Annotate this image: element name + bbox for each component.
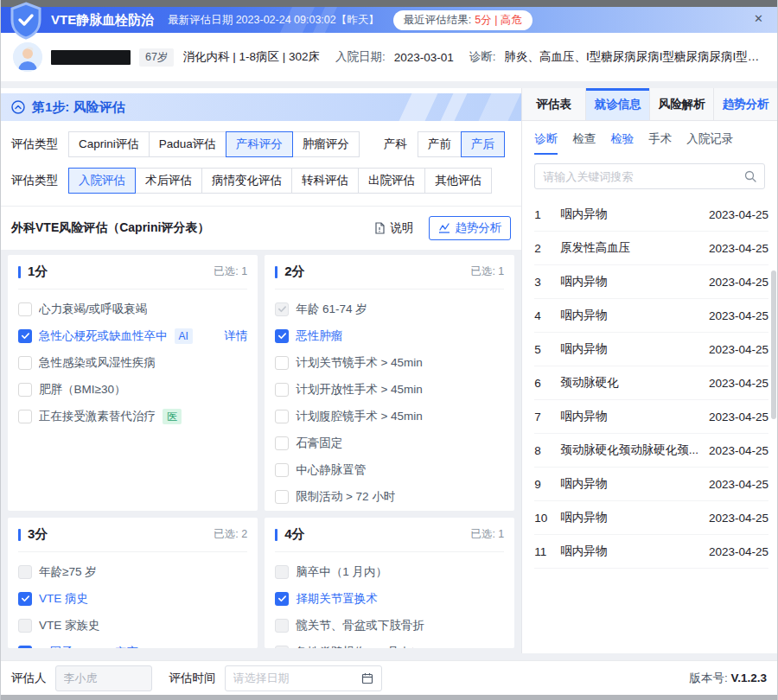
footer-bar: 评估人 评估时间 请选择日期 版本号: V.1.2.3 <box>1 660 777 695</box>
visit-info-subtabs: 诊断 检查 检验 手术 入院记录 <box>522 121 777 155</box>
help-button[interactable]: 说明 <box>373 220 413 236</box>
diagnosis-list-item[interactable]: 7咽内异物2023-04-25 <box>534 400 768 434</box>
risk-factor-label: 髋关节、骨盆或下肢骨折 <box>296 618 424 633</box>
risk-factor-checkbox[interactable] <box>275 490 289 504</box>
risk-factor-checkbox[interactable] <box>275 302 289 316</box>
risk-factor-checkbox[interactable] <box>275 565 289 579</box>
version-info: 版本号: V.1.2.3 <box>689 671 767 686</box>
tab-visit-info[interactable]: 就诊信息 <box>586 88 650 120</box>
assessment-time-label: 评估时间 <box>169 671 216 686</box>
scrollbar-thumb[interactable] <box>771 270 776 419</box>
assessment-date-picker[interactable]: 请选择日期 <box>225 665 382 691</box>
tab-postpartum[interactable]: 产后 <box>461 131 505 157</box>
diagnosis-list-item[interactable]: 8颈动脉硬化颈动脉硬化颈...2023-04-25 <box>534 434 768 468</box>
risk-factor-checkbox[interactable] <box>18 329 32 343</box>
step1-title: 第1步: 风险评估 <box>32 99 125 116</box>
item-number: 5 <box>534 343 560 356</box>
subtab-examination[interactable]: 检查 <box>572 131 596 155</box>
scale-type-group: Caprini评估 Padua评估 产科评分 肿瘤评分 <box>68 131 360 157</box>
score-section-3: 3分已选: 2年龄≥75 岁VTE 病史VTE 家族史V 因子 Leiden 突… <box>8 518 258 648</box>
tab-caprini[interactable]: Caprini评估 <box>68 131 150 157</box>
step1-header[interactable]: 第1步: 风险评估 <box>1 93 521 121</box>
tab-condition-change-assessment[interactable]: 病情变化评估 <box>201 168 292 194</box>
risk-factor-checkbox[interactable] <box>18 646 32 649</box>
tab-discharge-assessment[interactable]: 出院评估 <box>358 168 425 194</box>
tab-postop-assessment[interactable]: 术后评估 <box>135 168 202 194</box>
sections-grid: 1分已选: 1心力衰竭/或呼吸衰竭急性心梗死或缺血性卒中AI详情急性感染或风湿性… <box>1 250 521 653</box>
item-number: 11 <box>534 545 560 558</box>
header-stripe <box>441 93 468 121</box>
tab-risk-analysis[interactable]: 风险解析 <box>650 88 714 120</box>
risk-factor-row: 择期关节置换术 <box>275 585 504 612</box>
tab-obstetric-score[interactable]: 产科评分 <box>226 131 293 157</box>
detail-link[interactable]: 详情 <box>224 328 247 344</box>
diagnosis-list-item[interactable]: 4咽内异物2023-04-25 <box>534 299 768 333</box>
diagnosis-list-item[interactable]: 1咽内异物2023-04-25 <box>534 198 768 232</box>
risk-factor-checkbox[interactable] <box>275 383 289 397</box>
diagnosis-list-item[interactable]: 2原发性高血压2023-04-25 <box>534 232 768 265</box>
trend-analysis-button[interactable]: 趋势分析 <box>429 216 511 240</box>
risk-factor-checkbox[interactable] <box>275 463 289 477</box>
risk-factor-checkbox[interactable] <box>18 356 32 370</box>
patient-dept-ward-bed: 消化内科 | 1-8病区 | 302床 <box>182 49 320 65</box>
section-selected-count: 已选: 1 <box>470 527 504 542</box>
close-icon[interactable]: ✕ <box>754 13 763 24</box>
item-number: 4 <box>534 309 560 322</box>
risk-factor-checkbox[interactable] <box>18 410 32 423</box>
subtab-lab-test[interactable]: 检验 <box>610 131 634 155</box>
risk-factor-label: VTE 病史 <box>39 591 88 607</box>
subtab-admission-record[interactable]: 入院记录 <box>686 131 733 155</box>
tab-assessment-table[interactable]: 评估表 <box>522 88 586 120</box>
risk-factor-checkbox[interactable] <box>18 592 32 606</box>
risk-factor-row: 石膏固定 <box>275 430 504 456</box>
diagnosis-list-item[interactable]: 9咽内异物2023-04-25 <box>534 468 768 501</box>
ai-badge: AI <box>175 328 193 344</box>
diagnosis-list-item[interactable]: 6颈动脉硬化2023-04-25 <box>534 366 768 400</box>
risk-factor-checkbox[interactable] <box>275 356 289 370</box>
diagnosis-name: 咽内异物 <box>560 476 709 492</box>
diagnosis-list-item[interactable]: 5咽内异物2023-04-25 <box>534 333 768 366</box>
risk-factor-checkbox[interactable] <box>18 565 32 579</box>
diagnosis-date: 2023-04-25 <box>709 512 768 525</box>
risk-factor-checkbox[interactable] <box>275 410 289 423</box>
risk-factor-checkbox[interactable] <box>18 619 32 633</box>
diagnosis-list-item[interactable]: 10咽内异物2023-04-25 <box>534 501 768 535</box>
risk-factor-row: 心力衰竭/或呼吸衰竭 <box>18 296 247 322</box>
obstetric-group: 产前 产后 <box>418 131 505 157</box>
search-input[interactable] <box>543 170 739 183</box>
risk-factor-checkbox[interactable] <box>18 302 32 316</box>
diagnosis-list-item[interactable]: 3咽内异物2023-04-25 <box>534 265 768 299</box>
risk-factor-checkbox[interactable] <box>275 592 289 606</box>
tab-tumor-score[interactable]: 肿瘤评分 <box>292 131 360 157</box>
assessor-input[interactable] <box>55 665 152 691</box>
risk-factor-checkbox[interactable] <box>275 329 289 343</box>
tab-padua[interactable]: Padua评估 <box>149 131 226 157</box>
risk-factor-checkbox[interactable] <box>275 646 289 649</box>
version-value: V.1.2.3 <box>730 671 767 684</box>
subtab-diagnosis[interactable]: 诊断 <box>534 131 558 155</box>
risk-factor-label: V 因子 Leiden 突变 <box>39 645 138 649</box>
subtab-surgery[interactable]: 手术 <box>648 131 672 155</box>
window-bottom-strip <box>1 695 777 700</box>
tab-antepartum[interactable]: 产前 <box>418 131 462 157</box>
risk-factor-checkbox[interactable] <box>275 436 289 450</box>
risk-factor-row: 计划关节镜手术 > 45min <box>275 349 504 376</box>
risk-factor-label: 急性脊髓损伤（1 月内） <box>296 645 422 649</box>
diagnosis-name: 咽内异物 <box>560 207 709 222</box>
collapse-icon[interactable] <box>11 100 25 114</box>
risk-factor-checkbox[interactable] <box>275 619 289 633</box>
diagnosis-list-item[interactable]: 11咽内异物2023-04-25 <box>534 535 768 569</box>
admission-date-label: 入院日期: <box>335 49 386 65</box>
risk-factor-row: 限制活动 > 72 小时 <box>275 483 504 510</box>
risk-factor-row: 年龄≥75 岁 <box>18 558 247 585</box>
tab-admission-assessment[interactable]: 入院评估 <box>68 168 136 194</box>
score-section-1: 1分已选: 1心力衰竭/或呼吸衰竭急性心梗死或缺血性卒中AI详情急性感染或风湿性… <box>8 255 258 511</box>
item-number: 6 <box>534 377 560 390</box>
tab-trend-analysis[interactable]: 趋势分析 <box>714 88 777 120</box>
tab-other-assessment[interactable]: 其他评估 <box>424 168 492 194</box>
tab-transfer-assessment[interactable]: 转科评估 <box>291 168 359 194</box>
assessment-type-row-1: 评估类型 Caprini评估 Padua评估 产科评分 肿瘤评分 产科 产前 产… <box>11 131 511 157</box>
search-icon[interactable] <box>744 170 756 182</box>
patient-bar: 67岁 消化内科 | 1-8病区 | 302床 入院日期: 2023-03-01… <box>1 33 777 81</box>
risk-factor-checkbox[interactable] <box>18 383 32 397</box>
